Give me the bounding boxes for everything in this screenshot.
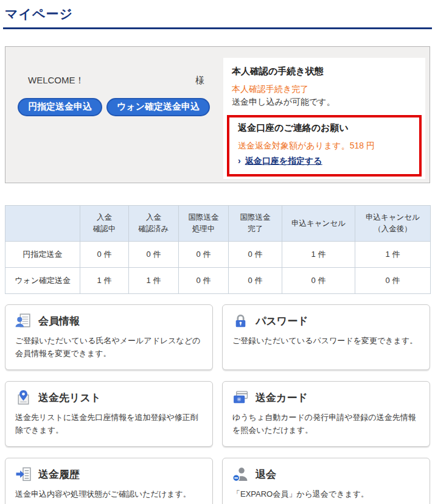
cell-value: 0 件 [179,242,229,268]
cell-value: 0 件 [179,268,229,294]
header-intl-complete: 国際送金 完了 [229,206,282,242]
card-description: ゆうちょ自動カードの発行申請や登録の送金先情報を照会いただけます。 [232,411,420,437]
card-description: ご登録いただいている氏名やメールアドレスなどの会員情報を変更できます。 [15,334,203,360]
card-title: 退会 [256,467,276,481]
card-remittance-history[interactable]: 送金履歴 送金申込内容や処理状態がご確認いただけます。 [5,458,213,504]
card-password[interactable]: パスワード ご登録いただいているパスワードを変更できます。 [222,304,430,370]
cell-value: 0 件 [355,268,431,294]
yen-remittance-button[interactable]: 円指定送金申込 [18,98,102,116]
cell-value: 1 件 [129,268,179,294]
cell-value: 1 件 [355,242,431,268]
card-remittance-card[interactable]: 送金カード ゆうちょ自動カードの発行申請や登録の送金先情報を照会いただけます。 [222,381,430,447]
card-title: 送金カード [256,391,308,405]
chevron-right-icon: › [238,156,241,166]
header-cancel: 申込キャンセル [282,206,355,242]
welcome-greeting: WELCOME！ [28,75,85,86]
remittance-card-icon [232,390,249,406]
specify-refund-account-link[interactable]: 返金口座を指定する [245,156,322,166]
card-description: 送金申込内容や処理状態がご確認いただけます。 [15,488,203,500]
map-pin-icon [15,390,32,406]
history-icon [15,466,32,483]
card-title: 送金先リスト [38,391,101,405]
identity-status-value: 本人確認手続き完了 [232,84,417,95]
identity-status-heading: 本人確認の手続き状態 [232,66,417,77]
header-intl-processing: 国際送金 処理中 [179,206,229,242]
menu-cards: 会員情報 ご登録いただいている氏名やメールアドレスなどの会員情報を変更できます。… [5,304,430,504]
refund-amount-message: 送金返金対象額があります。518 円 [238,141,411,152]
card-payee-list[interactable]: 送金先リスト 送金先リストに送金先口座情報を追加登録や修正削除できます。 [5,381,213,447]
won-remittance-button[interactable]: ウォン確定送金申込 [106,98,210,116]
cell-value: 1 件 [80,268,129,294]
cell-value: 0 件 [282,268,355,294]
cell-value: 0 件 [229,242,282,268]
card-title: 会員情報 [38,314,80,328]
card-description: ご登録いただいているパスワードを変更できます。 [232,334,420,347]
card-member-info[interactable]: 会員情報 ご登録いただいている氏名やメールアドレスなどの会員情報を変更できます。 [5,304,213,370]
title-divider [3,27,432,29]
cell-value: 1 件 [282,242,355,268]
header-payment-confirmed: 入金 確認済み [129,206,179,242]
header-empty [5,206,80,242]
page-title: マイページ [0,0,435,27]
user-honorific: 様 [195,75,204,86]
table-row-yen: 円指定送金 0 件 0 件 0 件 0 件 1 件 1 件 [5,242,431,268]
identity-status-panel: 本人確認の手続き状態 本人確認手続き完了 送金申し込みが可能です。 返金口座のご… [223,58,425,179]
table-header-row: 入金 確認中 入金 確認済み 国際送金 処理中 国際送金 完了 申込キャンセル … [5,206,431,242]
row-label: ウォン確定送金 [5,268,80,294]
welcome-area: WELCOME！ 様 [28,75,204,86]
refund-notice-box: 返金口座のご連絡のお願い 送金返金対象額があります。518 円 ›返金口座を指定… [227,115,422,177]
remittance-summary-table: 入金 確認中 入金 確認済み 国際送金 処理中 国際送金 完了 申込キャンセル … [5,205,431,294]
table-row-won: ウォン確定送金 1 件 1 件 0 件 0 件 0 件 0 件 [5,268,431,294]
header-payment-pending: 入金 確認中 [80,206,129,242]
withdraw-icon [232,466,249,483]
header-cancel-after-payment: 申込キャンセル （入金後） [355,206,431,242]
remittance-buttons: 円指定送金申込 ウォン確定送金申込 [18,98,210,116]
refund-notice-heading: 返金口座のご連絡のお願い [238,122,411,134]
card-title: 送金履歴 [38,467,80,481]
cell-value: 0 件 [80,242,129,268]
lock-icon [232,313,249,329]
card-description: 送金先リストに送金先口座情報を追加登録や修正削除できます。 [15,411,203,437]
member-icon [15,313,32,329]
welcome-panel: WELCOME！ 様 円指定送金申込 ウォン確定送金申込 本人確認の手続き状態 … [5,46,430,183]
card-title: パスワード [256,314,308,328]
row-label: 円指定送金 [5,242,80,268]
card-description: 「EXPARO会員」から退会できます。 [232,488,420,500]
cell-value: 0 件 [129,242,179,268]
identity-status-note: 送金申し込みが可能です。 [232,97,417,108]
cell-value: 0 件 [229,268,282,294]
card-withdraw[interactable]: 退会 「EXPARO会員」から退会できます。 [222,458,430,504]
